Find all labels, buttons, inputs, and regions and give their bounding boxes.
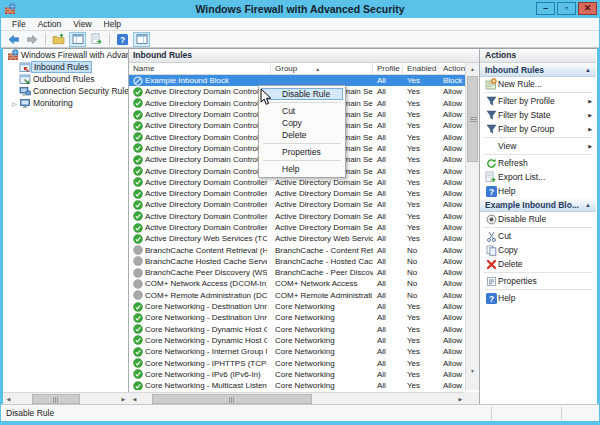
rule-row[interactable]: Core Networking - IPHTTPS (TCP-In)Core N… xyxy=(129,357,466,368)
action-copy[interactable]: Copy xyxy=(480,243,596,257)
menu-action[interactable]: Action xyxy=(32,18,68,30)
status-text: Disable Rule xyxy=(1,408,491,418)
actions-separator xyxy=(484,137,592,138)
rule-row[interactable]: Active Directory Domain Controller (RPC)… xyxy=(129,211,466,222)
cell-name: Active Directory Domain Controller - SA.… xyxy=(129,165,271,176)
actions-panel: Actions Inbound Rules▲New Rule...Filter … xyxy=(480,49,596,405)
action-properties[interactable]: Properties xyxy=(480,274,596,288)
cell-enabled: Yes xyxy=(403,324,439,335)
rule-row[interactable]: Active Directory Domain Controller (RPC.… xyxy=(129,222,466,233)
rule-row[interactable]: Core Networking - Dynamic Host Config...… xyxy=(129,324,466,335)
rule-row[interactable]: Core Networking - Multicast Listener Do.… xyxy=(129,380,466,390)
collapse-icon[interactable]: ▲ xyxy=(585,67,591,73)
rule-row[interactable]: Core Networking - Destination Unreacha..… xyxy=(129,312,466,323)
column-header-group[interactable]: Group▲ xyxy=(271,63,373,74)
rule-row[interactable]: BranchCache Content Retrieval (HTTP-In)B… xyxy=(129,244,466,255)
cell-enabled: Yes xyxy=(403,357,439,368)
context-menu-delete[interactable]: Delete xyxy=(261,129,343,141)
help-icon[interactable]: ? xyxy=(114,32,131,47)
toolbar-separator xyxy=(109,33,110,45)
context-menu-help[interactable]: Help xyxy=(261,163,343,175)
cell-name: Active Directory Domain Controller - LD.… xyxy=(129,131,271,142)
action-label: Properties xyxy=(498,276,537,286)
rule-row[interactable]: BranchCache Hosted Cache Server (HTT...B… xyxy=(129,256,466,267)
vscroll-thumb[interactable] xyxy=(467,76,478,162)
list-hscroll-thumb[interactable] xyxy=(152,394,312,404)
rule-row[interactable]: COM+ Remote Administration (DCOM-In)COM+… xyxy=(129,290,466,301)
column-header-profile[interactable]: Profile xyxy=(373,63,403,74)
rule-row[interactable]: COM+ Network Access (DCOM-In)COM+ Networ… xyxy=(129,278,466,289)
disable-rule-icon xyxy=(484,214,498,225)
actions-section-header[interactable]: Example Inbound Blo...▲ xyxy=(480,198,596,212)
inbound-rules-icon xyxy=(18,62,31,73)
action-refresh[interactable]: Refresh xyxy=(480,156,596,170)
rule-row[interactable]: Core Networking - Dynamic Host Config...… xyxy=(129,335,466,346)
column-header-name[interactable]: Name xyxy=(129,63,271,74)
actions-separator xyxy=(484,227,592,228)
close-button[interactable]: ✕ xyxy=(578,2,597,15)
action-help[interactable]: ?Help xyxy=(480,184,596,198)
export-list-icon[interactable] xyxy=(88,32,105,47)
scroll-down-icon[interactable]: ▼ xyxy=(466,365,479,377)
cell-group: BranchCache - Hosted Cach... xyxy=(271,256,373,267)
tree-item-monitoring[interactable]: ▷Monitoring xyxy=(3,97,128,109)
rule-row[interactable]: Core Networking - IPv6 (IPv6-In)Core Net… xyxy=(129,369,466,380)
maximize-button[interactable]: ▫ xyxy=(557,2,576,15)
action-new-rule-[interactable]: New Rule... xyxy=(480,77,596,91)
menu-help[interactable]: Help xyxy=(98,18,127,30)
tree-item-label: Inbound Rules xyxy=(31,61,92,73)
context-menu-properties[interactable]: Properties xyxy=(261,146,343,158)
rule-row[interactable]: Active Directory Domain Controller - Sec… xyxy=(129,177,466,188)
tree-item-outbound-rules[interactable]: Outbound Rules xyxy=(3,73,128,85)
action-export-list-[interactable]: Export List... xyxy=(480,170,596,184)
column-header-action[interactable]: Action xyxy=(439,63,466,74)
action-help[interactable]: ?Help xyxy=(480,291,596,305)
tree-item-windows-firewall-with-advance[interactable]: Windows Firewall with Advance xyxy=(3,49,128,61)
cell-enabled: Yes xyxy=(403,335,439,346)
rule-row[interactable]: BranchCache Peer Discovery (WSD-In)Branc… xyxy=(129,267,466,278)
action-filter-by-state[interactable]: Filter by State▶ xyxy=(480,108,596,122)
action-filter-by-profile[interactable]: Filter by Profile▶ xyxy=(480,94,596,108)
action-delete[interactable]: Delete xyxy=(480,257,596,271)
show-console-tree-icon[interactable] xyxy=(50,32,67,47)
scroll-up-icon[interactable]: ▲ xyxy=(466,63,479,75)
disabled-rule-icon xyxy=(133,290,143,300)
minimize-button[interactable]: – xyxy=(536,2,555,15)
action-pane-window-icon[interactable] xyxy=(133,32,150,47)
menu-file[interactable]: File xyxy=(6,18,32,30)
rule-row[interactable]: Active Directory Web Services (TCP-In)Ac… xyxy=(129,233,466,244)
rule-row[interactable]: Active Directory Domain Controller - W3.… xyxy=(129,199,466,210)
tree-hscroll-thumb[interactable] xyxy=(32,394,80,404)
actions-section-header[interactable]: Inbound Rules▲ xyxy=(480,63,596,77)
rule-row[interactable]: Core Networking - Internet Group Mana...… xyxy=(129,346,466,357)
menu-view[interactable]: View xyxy=(67,18,97,30)
svg-text:?: ? xyxy=(488,293,493,303)
collapse-icon[interactable]: ▲ xyxy=(585,202,591,208)
context-menu-disable-rule[interactable]: Disable Rule xyxy=(261,88,343,100)
tree-item-inbound-rules[interactable]: Inbound Rules xyxy=(3,61,128,73)
column-header-enabled[interactable]: Enabled xyxy=(403,63,439,74)
action-filter-by-group[interactable]: Filter by Group▶ xyxy=(480,122,596,136)
rule-row[interactable]: Core Networking - Destination Unreacha..… xyxy=(129,301,466,312)
menu-bar: FileActionViewHelp xyxy=(1,18,599,31)
context-menu-cut[interactable]: Cut xyxy=(261,105,343,117)
cell-group: BranchCache - Content Retr... xyxy=(271,244,373,255)
context-menu-copy[interactable]: Copy xyxy=(261,117,343,129)
column-label: Name xyxy=(133,64,154,73)
forward-arrow-icon[interactable] xyxy=(24,32,41,47)
export-list-icon xyxy=(484,171,498,183)
tree-item-connection-security-rules[interactable]: Connection Security Rules xyxy=(3,85,128,97)
expander-icon[interactable]: ▷ xyxy=(11,100,18,107)
rule-row[interactable]: Active Directory Domain Controller - Sec… xyxy=(129,188,466,199)
list-vertical-scrollbar[interactable]: ▲ ▼ xyxy=(465,63,479,390)
cell-group: COM+ Remote Administrati... xyxy=(271,290,373,301)
rule-name: Core Networking - Internet Group Mana... xyxy=(145,347,267,356)
action-cut[interactable]: Cut xyxy=(480,229,596,243)
action-view[interactable]: View▶ xyxy=(480,139,596,153)
action-disable-rule[interactable]: Disable Rule xyxy=(480,212,596,226)
disabled-rule-icon xyxy=(133,245,143,255)
action-label: View xyxy=(498,141,516,151)
cell-enabled: Yes xyxy=(403,109,439,120)
console-window-icon[interactable] xyxy=(69,32,86,47)
back-arrow-icon[interactable] xyxy=(5,32,22,47)
